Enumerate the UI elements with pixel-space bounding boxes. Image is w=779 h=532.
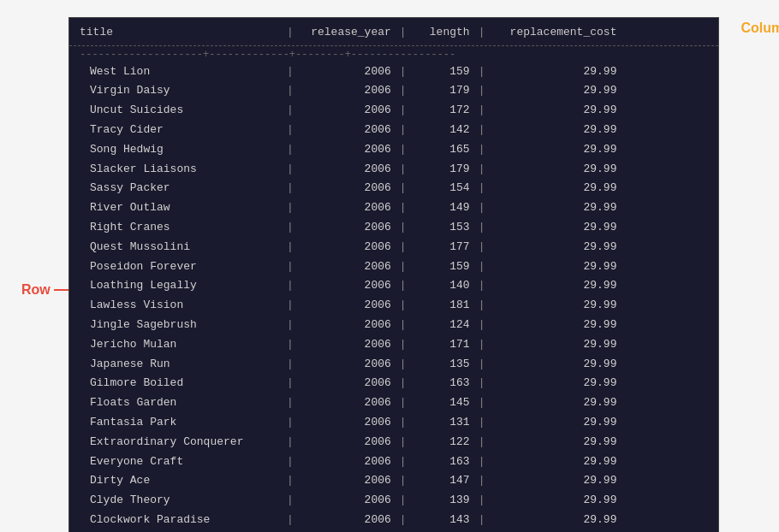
cell-length: 159 bbox=[408, 63, 477, 81]
separator: --------------------+-------------+-----… bbox=[69, 48, 718, 62]
cell-year: 2006 bbox=[295, 82, 398, 100]
cell-year: 2006 bbox=[295, 161, 398, 179]
table-row: Right Cranes | 2006 | 153 | 29.99 bbox=[69, 218, 718, 238]
table-row: Clockwork Paradise | 2006 | 143 | 29.99 bbox=[69, 511, 718, 530]
cell-title: Fantasia Park bbox=[80, 414, 285, 432]
cell-cost: 29.99 bbox=[486, 316, 623, 334]
cell-title: Sassy Packer bbox=[80, 180, 285, 198]
cell-year: 2006 bbox=[295, 63, 398, 81]
cell-year: 2006 bbox=[295, 316, 398, 334]
data-rows-container: West Lion | 2006 | 159 | 29.99 Virgin Da… bbox=[69, 62, 718, 532]
cell-length: 149 bbox=[408, 199, 477, 217]
cell-title: Clyde Theory bbox=[80, 492, 285, 510]
cell-length: 165 bbox=[408, 141, 477, 159]
cell-length: 163 bbox=[408, 375, 477, 393]
cell-title: Virgin Daisy bbox=[80, 82, 285, 100]
cell-cost: 29.99 bbox=[486, 414, 623, 432]
cell-title: Poseidon Forever bbox=[80, 258, 285, 276]
table-row: Tracy Cider | 2006 | 142 | 29.99 bbox=[69, 121, 718, 140]
cell-year: 2006 bbox=[295, 434, 398, 452]
cell-length: 122 bbox=[408, 434, 477, 452]
cell-length: 143 bbox=[408, 511, 477, 529]
cell-cost: 29.99 bbox=[486, 472, 623, 490]
cell-cost: 29.99 bbox=[486, 102, 623, 120]
cell-length: 131 bbox=[408, 414, 477, 432]
header-release-year: release_year bbox=[295, 24, 398, 42]
cell-year: 2006 bbox=[295, 472, 398, 490]
table-row: Loathing Legally | 2006 | 140 | 29.99 bbox=[69, 276, 718, 296]
table-header-row: title | release_year | length | replacem… bbox=[69, 23, 718, 46]
cell-year: 2006 bbox=[295, 219, 398, 237]
table-content: title | release_year | length | replacem… bbox=[69, 18, 718, 532]
cell-year: 2006 bbox=[295, 199, 398, 217]
cell-cost: 29.99 bbox=[486, 492, 623, 510]
cell-title: Loathing Legally bbox=[80, 277, 285, 295]
cell-cost: 29.99 bbox=[486, 258, 623, 276]
cell-length: 163 bbox=[408, 453, 477, 471]
cell-length: 139 bbox=[408, 492, 477, 510]
table-row: Jingle Sagebrush | 2006 | 124 | 29.99 bbox=[69, 316, 718, 335]
table-row: Jericho Mulan | 2006 | 171 | 29.99 bbox=[69, 335, 718, 355]
cell-cost: 29.99 bbox=[486, 511, 623, 529]
cell-length: 135 bbox=[408, 356, 477, 374]
cell-length: 179 bbox=[408, 161, 477, 179]
cell-title: River Outlaw bbox=[80, 199, 285, 217]
cell-title: Jingle Sagebrush bbox=[80, 316, 285, 334]
table-row: Song Hedwig | 2006 | 165 | 29.99 bbox=[69, 140, 718, 160]
header-title: title bbox=[80, 24, 285, 42]
cell-year: 2006 bbox=[295, 239, 398, 257]
cell-length: 145 bbox=[408, 394, 477, 412]
cell-title: Uncut Suicides bbox=[80, 102, 285, 120]
cell-title: Japanese Run bbox=[80, 356, 285, 374]
cell-title: Tracy Cider bbox=[80, 121, 285, 139]
cell-cost: 29.99 bbox=[486, 121, 623, 139]
table-row: River Outlaw | 2006 | 149 | 29.99 bbox=[69, 198, 718, 218]
table-row: Extraordinary Conquerer | 2006 | 122 | 2… bbox=[69, 433, 718, 452]
cell-title: Right Cranes bbox=[80, 219, 285, 237]
table-row: Virgin Daisy | 2006 | 179 | 29.99 bbox=[69, 81, 718, 101]
cell-year: 2006 bbox=[295, 297, 398, 315]
cell-title: Floats Garden bbox=[80, 394, 285, 412]
cell-title: Extraordinary Conquerer bbox=[80, 434, 285, 452]
cell-length: 124 bbox=[408, 316, 477, 334]
cell-title: Clockwork Paradise bbox=[80, 511, 285, 529]
cell-length: 177 bbox=[408, 239, 477, 257]
cell-year: 2006 bbox=[295, 336, 398, 354]
table-row: Gilmore Boiled | 2006 | 163 | 29.99 bbox=[69, 374, 718, 393]
table-row: Japanese Run | 2006 | 135 | 29.99 bbox=[69, 355, 718, 375]
cell-length: 142 bbox=[408, 121, 477, 139]
cell-cost: 29.99 bbox=[486, 453, 623, 471]
cell-title: Quest Mussolini bbox=[80, 239, 285, 257]
cell-title: Dirty Ace bbox=[80, 472, 285, 490]
table-row: Clyde Theory | 2006 | 139 | 29.99 bbox=[69, 491, 718, 511]
cell-cost: 29.99 bbox=[486, 180, 623, 198]
cell-length: 172 bbox=[408, 102, 477, 120]
cell-cost: 29.99 bbox=[486, 297, 623, 315]
table-row: Lawless Vision | 2006 | 181 | 29.99 bbox=[69, 296, 718, 316]
cell-cost: 29.99 bbox=[486, 141, 623, 159]
cell-year: 2006 bbox=[295, 102, 398, 120]
cell-title: Song Hedwig bbox=[80, 141, 285, 159]
table-row: Everyone Craft | 2006 | 163 | 29.99 bbox=[69, 452, 718, 472]
cell-title: Gilmore Boiled bbox=[80, 375, 285, 393]
table-row: Sassy Packer | 2006 | 154 | 29.99 bbox=[69, 179, 718, 198]
cell-length: 140 bbox=[408, 277, 477, 295]
cell-length: 181 bbox=[408, 297, 477, 315]
cell-cost: 29.99 bbox=[486, 356, 623, 374]
cell-year: 2006 bbox=[295, 492, 398, 510]
table-row: Quest Mussolini | 2006 | 177 | 29.99 bbox=[69, 238, 718, 257]
table-row: Floats Garden | 2006 | 145 | 29.99 bbox=[69, 393, 718, 413]
cell-year: 2006 bbox=[295, 511, 398, 529]
terminal-table: title | release_year | length | replacem… bbox=[68, 17, 719, 532]
cell-cost: 29.99 bbox=[486, 394, 623, 412]
cell-cost: 29.99 bbox=[486, 219, 623, 237]
cell-length: 154 bbox=[408, 180, 477, 198]
cell-year: 2006 bbox=[295, 180, 398, 198]
cell-length: 153 bbox=[408, 219, 477, 237]
cell-cost: 29.99 bbox=[486, 434, 623, 452]
cell-year: 2006 bbox=[295, 277, 398, 295]
page-container: Column Row title | release_year | length bbox=[0, 0, 779, 532]
header-length: length bbox=[408, 24, 477, 42]
cell-length: 147 bbox=[408, 472, 477, 490]
cell-year: 2006 bbox=[295, 121, 398, 139]
